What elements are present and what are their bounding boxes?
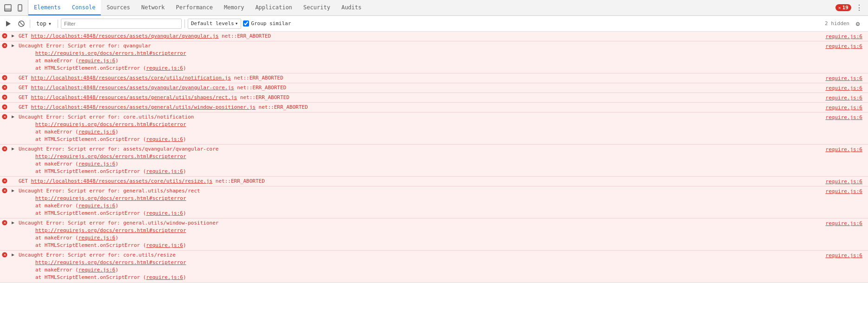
tab-console[interactable]: Console [66, 0, 101, 15]
log-link[interactable]: http://localhost:4848/resources/assets/c… [31, 75, 231, 81]
stack-line: http://requirejs.org/docs/errors.html#sc… [19, 227, 820, 234]
stack-line: http://requirejs.org/docs/errors.html#sc… [19, 153, 820, 160]
source-link[interactable]: require.js:6 [79, 267, 115, 273]
error-icon: ✕ [0, 103, 9, 110]
source-link[interactable]: require.js:6 [79, 58, 115, 64]
entry-source[interactable]: require.js:6 [822, 103, 868, 112]
tab-memory[interactable]: Memory [218, 0, 250, 15]
tab-application[interactable]: Application [250, 0, 297, 15]
filter-input[interactable] [61, 19, 182, 29]
log-link[interactable]: http://localhost:4848/resources/assets/c… [31, 178, 213, 184]
entry-source[interactable]: require.js:6 [822, 219, 868, 227]
log-entry[interactable]: ✕GET http://localhost:4848/resources/ass… [0, 103, 868, 113]
source-link[interactable]: require.js:6 [146, 274, 183, 280]
expand-button[interactable]: ▶ [9, 32, 17, 38]
log-link[interactable]: http://localhost:4848/resources/assets/g… [31, 104, 256, 110]
source-link[interactable]: require.js:6 [146, 210, 183, 216]
log-entry[interactable]: ✕GET http://localhost:4848/resources/ass… [0, 93, 868, 103]
stack-link[interactable]: http://requirejs.org/docs/errors.html#sc… [35, 153, 186, 159]
stack-link[interactable]: http://requirejs.org/docs/errors.html#sc… [35, 195, 186, 201]
tab-audits[interactable]: Audits [336, 0, 367, 15]
log-entry[interactable]: ✕▶Uncaught Error: Script error for: asse… [0, 145, 868, 177]
tab-network[interactable]: Network [136, 0, 171, 15]
entry-message: GET http://localhost:4848/resources/asse… [17, 103, 822, 112]
source-link[interactable]: require.js:6 [146, 65, 183, 71]
svg-rect-1 [5, 8, 11, 11]
svg-text:✕: ✕ [3, 189, 7, 193]
stack-link[interactable]: http://requirejs.org/docs/errors.html#sc… [35, 227, 186, 233]
log-link[interactable]: http://localhost:4848/resources/assets/q… [31, 33, 219, 39]
error-icon: ✕ [0, 177, 9, 184]
source-link[interactable]: require.js:6 [146, 136, 183, 142]
log-entry[interactable]: ✕▶Uncaught Error: Script error for: qvan… [0, 41, 868, 73]
context-selector[interactable]: top ▾ [33, 19, 55, 28]
source-link[interactable]: require.js:6 [79, 161, 115, 167]
entry-source[interactable]: require.js:6 [822, 187, 868, 195]
svg-marker-4 [6, 21, 11, 26]
log-entry[interactable]: ✕▶Uncaught Error: Script error for: core… [0, 251, 868, 283]
entry-source[interactable]: require.js:6 [822, 74, 868, 82]
expand-button [9, 103, 17, 104]
log-entry[interactable]: ✕▶Uncaught Error: Script error for: core… [0, 113, 868, 145]
dock-icon[interactable] [3, 3, 13, 13]
source-link[interactable]: require.js:6 [79, 235, 115, 241]
stack-line: at makeError (require.js:6) [19, 234, 820, 242]
more-options-button[interactable]: ⋮ [854, 3, 864, 13]
entry-source[interactable]: require.js:6 [822, 84, 868, 92]
log-entry[interactable]: ✕▶Uncaught Error: Script error for: gene… [0, 219, 868, 251]
expand-button[interactable]: ▶ [9, 145, 17, 151]
log-entry[interactable]: ✕GET http://localhost:4848/resources/ass… [0, 177, 868, 186]
execute-button[interactable] [3, 18, 14, 29]
svg-point-3 [20, 10, 20, 11]
group-similar-label[interactable]: Group similar [243, 20, 291, 26]
error-icon: ✕ [0, 145, 9, 152]
stack-line: at HTMLScriptElement.onScriptError (requ… [19, 65, 820, 72]
log-entry[interactable]: ✕▶Uncaught Error: Script error for: gene… [0, 186, 868, 219]
expand-button [9, 74, 17, 75]
stack-link[interactable]: http://requirejs.org/docs/errors.html#sc… [35, 50, 186, 56]
hidden-count-label: 2 hidden [825, 20, 849, 26]
tab-sources[interactable]: Sources [101, 0, 136, 15]
tab-elements[interactable]: Elements [28, 0, 66, 15]
entry-source[interactable]: require.js:6 [822, 113, 868, 121]
stack-line: at makeError (require.js:6) [19, 202, 820, 210]
settings-gear-button[interactable]: ⚙ [852, 18, 863, 29]
svg-line-6 [20, 22, 23, 26]
tab-performance[interactable]: Performance [171, 0, 218, 15]
tab-security[interactable]: Security [298, 0, 336, 15]
console-output[interactable]: ✕▶GET http://localhost:4848/resources/as… [0, 32, 868, 318]
log-link[interactable]: http://localhost:4848/resources/assets/g… [31, 94, 237, 100]
log-entry[interactable]: ✕▶GET http://localhost:4848/resources/as… [0, 32, 868, 41]
levels-selector[interactable]: Default levels ▾ [188, 19, 241, 29]
source-link[interactable]: require.js:6 [79, 129, 115, 135]
stack-link[interactable]: http://requirejs.org/docs/errors.html#sc… [35, 121, 186, 127]
entry-source[interactable]: require.js:6 [822, 145, 868, 153]
toolbar-separator-2 [58, 20, 58, 28]
log-link[interactable]: http://localhost:4848/resources/assets/q… [31, 85, 234, 91]
log-entry[interactable]: ✕GET http://localhost:4848/resources/ass… [0, 83, 868, 93]
source-link[interactable]: require.js:6 [146, 168, 183, 174]
expand-button[interactable]: ▶ [9, 42, 17, 48]
clear-button[interactable] [16, 18, 27, 29]
expand-button [9, 177, 17, 178]
entry-message: Uncaught Error: Script error for: assets… [17, 145, 822, 176]
log-entry[interactable]: ✕GET http://localhost:4848/resources/ass… [0, 73, 868, 83]
group-similar-checkbox[interactable] [243, 20, 249, 26]
expand-button[interactable]: ▶ [9, 219, 17, 225]
error-count-badge: 19 [835, 4, 851, 11]
stack-link[interactable]: http://requirejs.org/docs/errors.html#sc… [35, 259, 186, 265]
entry-source[interactable]: require.js:6 [822, 177, 868, 186]
stack-line: at HTMLScriptElement.onScriptError (requ… [19, 168, 820, 175]
expand-button[interactable]: ▶ [9, 113, 17, 119]
entry-source[interactable]: require.js:6 [822, 42, 868, 50]
expand-button[interactable]: ▶ [9, 187, 17, 193]
expand-button[interactable]: ▶ [9, 251, 17, 257]
error-icon: ✕ [0, 113, 9, 119]
entry-source[interactable]: require.js:6 [822, 93, 868, 102]
error-icon: ✕ [0, 84, 9, 90]
entry-source[interactable]: require.js:6 [822, 251, 868, 259]
mobile-icon[interactable] [15, 3, 25, 13]
source-link[interactable]: require.js:6 [146, 242, 183, 248]
entry-source[interactable]: require.js:6 [822, 32, 868, 40]
source-link[interactable]: require.js:6 [79, 203, 115, 209]
